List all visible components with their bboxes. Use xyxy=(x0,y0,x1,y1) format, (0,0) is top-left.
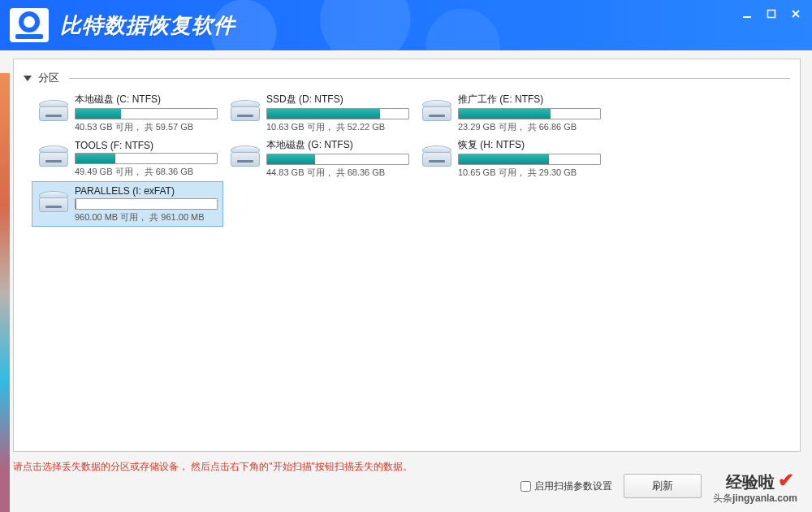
drive-item[interactable]: 本地磁盘 (C: NTFS)40.53 GB 可用， 共 59.57 GB xyxy=(32,90,223,136)
window-controls xyxy=(736,5,807,23)
app-logo xyxy=(10,8,49,42)
drive-info: PARALLELS (I: exFAT)960.00 MB 可用， 共 961.… xyxy=(75,185,218,223)
usage-bar xyxy=(75,108,218,119)
drive-info: 本地磁盘 (G: NTFS)44.83 GB 可用， 共 68.36 GB xyxy=(266,138,409,179)
drive-name: TOOLS (F: NTFS) xyxy=(75,140,218,151)
svg-rect-1 xyxy=(768,11,775,18)
svg-rect-0 xyxy=(743,16,751,18)
main-panel: 分区 本地磁盘 (C: NTFS)40.53 GB 可用， 共 59.57 GB… xyxy=(13,59,801,452)
drive-name: 恢复 (H: NTFS) xyxy=(458,138,601,152)
scan-params-checkbox-input[interactable] xyxy=(520,481,531,492)
usage-bar xyxy=(266,154,409,165)
usage-bar xyxy=(458,154,601,165)
close-button[interactable] xyxy=(784,5,807,23)
drive-capacity: 23.29 GB 可用， 共 66.86 GB xyxy=(458,121,601,133)
drive-info: 本地磁盘 (C: NTFS)40.53 GB 可用， 共 59.57 GB xyxy=(75,93,218,133)
titlebar: 比特数据恢复软件 xyxy=(0,0,812,50)
divider xyxy=(69,78,790,79)
drive-grid: 本地磁盘 (C: NTFS)40.53 GB 可用， 共 59.57 GBSSD… xyxy=(14,87,800,236)
drive-capacity: 10.63 GB 可用， 共 52.22 GB xyxy=(266,121,409,133)
refresh-button[interactable]: 刷新 xyxy=(624,474,702,498)
usage-bar xyxy=(458,108,601,119)
drive-info: SSD盘 (D: NTFS)10.63 GB 可用， 共 52.22 GB xyxy=(266,93,409,133)
drive-name: SSD盘 (D: NTFS) xyxy=(266,93,409,106)
drive-icon xyxy=(37,145,70,171)
drive-icon xyxy=(37,191,70,217)
section-header[interactable]: 分区 xyxy=(24,69,790,87)
drive-item[interactable]: PARALLELS (I: exFAT)960.00 MB 可用， 共 961.… xyxy=(32,181,223,227)
drive-info: 恢复 (H: NTFS)10.65 GB 可用， 共 29.30 GB xyxy=(458,138,601,179)
drive-item[interactable]: SSD盘 (D: NTFS)10.63 GB 可用， 共 52.22 GB xyxy=(223,90,415,136)
drive-icon xyxy=(421,100,453,126)
drive-name: 本地磁盘 (C: NTFS) xyxy=(75,93,218,106)
maximize-button[interactable] xyxy=(760,5,783,23)
drive-capacity: 49.49 GB 可用， 共 68.36 GB xyxy=(75,166,218,178)
drive-name: PARALLELS (I: exFAT) xyxy=(75,185,218,197)
drive-item[interactable]: 推广工作 (E: NTFS)23.29 GB 可用， 共 66.86 GB xyxy=(415,90,607,136)
drive-item[interactable]: TOOLS (F: NTFS)49.49 GB 可用， 共 68.36 GB xyxy=(32,136,223,181)
drive-icon xyxy=(37,100,70,126)
drive-capacity: 960.00 MB 可用， 共 961.00 MB xyxy=(75,211,218,223)
drive-capacity: 10.65 GB 可用， 共 29.30 GB xyxy=(458,167,601,179)
usage-bar xyxy=(266,108,409,119)
drive-capacity: 44.83 GB 可用， 共 68.36 GB xyxy=(266,167,409,179)
scan-params-checkbox[interactable]: 启用扫描参数设置 xyxy=(520,479,612,493)
section-title: 分区 xyxy=(38,71,66,85)
drive-icon xyxy=(229,100,261,126)
drive-icon xyxy=(421,145,453,171)
minimize-button[interactable] xyxy=(736,5,758,23)
drive-capacity: 40.53 GB 可用， 共 59.57 GB xyxy=(75,121,218,133)
drive-item[interactable]: 恢复 (H: NTFS)10.65 GB 可用， 共 29.30 GB xyxy=(415,136,607,181)
scan-params-label: 启用扫描参数设置 xyxy=(534,479,612,493)
bottom-bar: 启用扫描参数设置 刷新 开始扫描 xyxy=(13,466,801,505)
decorative-side-strip xyxy=(0,73,10,512)
app-title: 比特数据恢复软件 xyxy=(60,11,235,40)
collapse-triangle-icon xyxy=(24,76,32,81)
usage-bar xyxy=(75,153,218,164)
drive-name: 推广工作 (E: NTFS) xyxy=(458,93,601,106)
drive-icon xyxy=(229,145,261,171)
usage-bar xyxy=(75,198,218,210)
drive-item[interactable]: 本地磁盘 (G: NTFS)44.83 GB 可用， 共 68.36 GB xyxy=(223,136,415,181)
drive-info: TOOLS (F: NTFS)49.49 GB 可用， 共 68.36 GB xyxy=(75,140,218,178)
drive-name: 本地磁盘 (G: NTFS) xyxy=(266,138,409,152)
drive-info: 推广工作 (E: NTFS)23.29 GB 可用， 共 66.86 GB xyxy=(458,93,601,133)
